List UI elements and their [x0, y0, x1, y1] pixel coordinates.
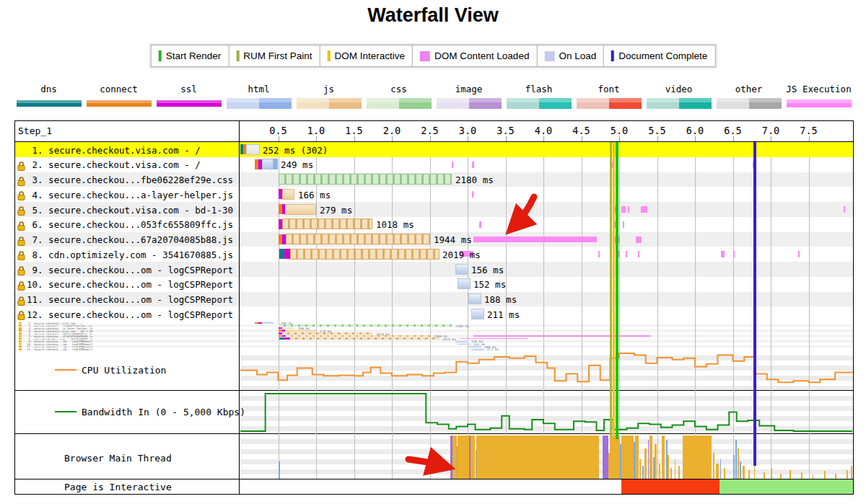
main-thread-bar [621, 436, 634, 479]
axis-tick-label: 1.0 [303, 125, 329, 136]
axis-tick-label: 1.5 [341, 125, 367, 136]
resource-legend-item-other: other [714, 84, 784, 109]
mini-lock-icon [19, 332, 22, 335]
lock-icon [17, 205, 25, 218]
request-time-label: 279 ms [320, 205, 352, 216]
main-thread-bar [683, 436, 712, 479]
swatch-highlight [157, 100, 222, 103]
resource-legend-label: connect [84, 84, 154, 94]
mini-request-bar [286, 335, 430, 337]
swatch-highlight [577, 98, 642, 102]
axis-tick-mark [316, 136, 317, 141]
mini-time-label: 211 ms [487, 348, 499, 351]
request-label[interactable]: 7. secure.checkou...67a20704085b88.js [27, 234, 233, 245]
request-label[interactable]: 3. secure.checkou...fbe06228ef29e.css [27, 174, 233, 185]
main-thread-bar [740, 461, 741, 479]
document-complete-marker-icon [611, 50, 614, 61]
js-execution-tick [472, 162, 474, 168]
request-label[interactable]: 12. secure.checkou...om - logCSPReport [27, 309, 233, 320]
request-label[interactable]: 6. secure.checkou...053fc655809ffc.js [27, 219, 233, 230]
main-thread-bar [642, 466, 644, 479]
request-time-label: 152 ms [473, 279, 506, 290]
flash-swatch-icon [507, 98, 572, 109]
resource-legend-item-js-execution: JS Execution [784, 84, 854, 107]
axis-tick-label: 2.5 [417, 125, 443, 136]
mini-request-bar [455, 340, 468, 342]
event-legend-item: On Load [536, 45, 603, 66]
main-thread-bar [639, 459, 641, 479]
resource-legend-label: image [434, 84, 504, 94]
page-title: Waterfall View [0, 4, 866, 27]
video-swatch-icon [647, 98, 712, 109]
js-execution-tick [721, 251, 725, 257]
main-thread-bar [603, 436, 608, 479]
swatch-highlight [717, 98, 782, 102]
axis-tick-label: 5.5 [644, 125, 670, 136]
main-thread-label: Browser Main Thread [64, 453, 172, 464]
connect-swatch-icon [87, 100, 152, 107]
js-execution-tick [472, 191, 473, 198]
event-marker-line [610, 142, 612, 436]
main-thread-bar [655, 444, 657, 479]
font-swatch-icon [577, 98, 642, 109]
js-execution-tick [479, 221, 481, 228]
request-label[interactable]: 2. secure.checkout.visa.com - / [27, 159, 201, 170]
main-thread-bar [754, 464, 756, 479]
axis-tick-label: 6.5 [720, 125, 746, 136]
mini-js-execution [473, 335, 651, 336]
resource-legend-item-connect: connect [84, 84, 154, 107]
js-execution-tick [638, 251, 639, 257]
mini-time-label: 2019 ms [442, 337, 456, 341]
start-render-marker-icon [159, 50, 162, 61]
axis-tick-label: 4.5 [569, 125, 595, 136]
axis-tick-label: 3.0 [455, 125, 481, 136]
axis-tick-mark [771, 136, 771, 141]
resource-legend-item-dns: dns [14, 84, 84, 107]
js-execution-tick [621, 206, 626, 213]
event-legend-label: RUM First Paint [243, 50, 312, 61]
axis-tick-mark [468, 136, 468, 141]
request-label[interactable]: 1. secure.checkout.visa.com - / [27, 145, 201, 156]
mini-lock-icon [19, 327, 22, 330]
event-legend-label: DOM Interactive [335, 50, 406, 61]
dns-swatch-icon [17, 100, 82, 107]
resource-legend-item-image: image [434, 84, 504, 109]
request-label[interactable]: 4. secure.checkou...a-layer-helper.js [27, 190, 233, 200]
lock-icon [17, 249, 25, 263]
mini-request-bar [262, 322, 274, 324]
request-time-label: 252 ms (302) [263, 145, 328, 156]
page-interactive-section: Page is Interactive [15, 479, 853, 494]
css-swatch-icon [367, 98, 432, 109]
swatch-highlight [87, 100, 152, 103]
main-thread-bar [851, 466, 852, 479]
request-bar [471, 309, 484, 319]
request-label[interactable]: 11. secure.checkou...om - logCSPReport [27, 294, 233, 305]
request-label[interactable]: 9. secure.checkou...om - logCSPReport [27, 265, 233, 275]
request-label[interactable]: 10. secure.checkou...om - logCSPReport [27, 279, 233, 290]
mini-time-label: 2180 ms [455, 324, 469, 328]
swatch-highlight [787, 100, 852, 103]
request-label[interactable]: 5. secure.checkout.visa.com - bd-1-30 [27, 205, 233, 216]
swatch-highlight [227, 98, 292, 102]
swatch-highlight [437, 98, 502, 102]
request-bar [282, 189, 294, 200]
event-legend-item: Document Complete [603, 45, 714, 66]
request-bar [290, 249, 439, 260]
page-interactive-segment [720, 479, 853, 494]
js-execution-tick [844, 206, 845, 213]
js-execution-tick [733, 251, 735, 257]
js-execution-tick [623, 221, 624, 228]
mini-lock-icon [19, 330, 22, 332]
request-bar [468, 293, 481, 304]
mini-request-bar [290, 337, 439, 340]
request-bar [279, 174, 452, 185]
mini-lock-icon [19, 348, 22, 350]
main-thread-bar [780, 474, 782, 479]
js-execution-tick [641, 206, 647, 213]
cpu-legend-line [55, 369, 76, 371]
resource-legend-label: html [224, 84, 294, 94]
resource-legend-label: video [644, 84, 714, 94]
request-bar [282, 218, 372, 229]
request-label[interactable]: 8. cdn.optimizely.com - 3541670885.js [27, 249, 233, 260]
resource-legend-label: css [364, 84, 434, 94]
